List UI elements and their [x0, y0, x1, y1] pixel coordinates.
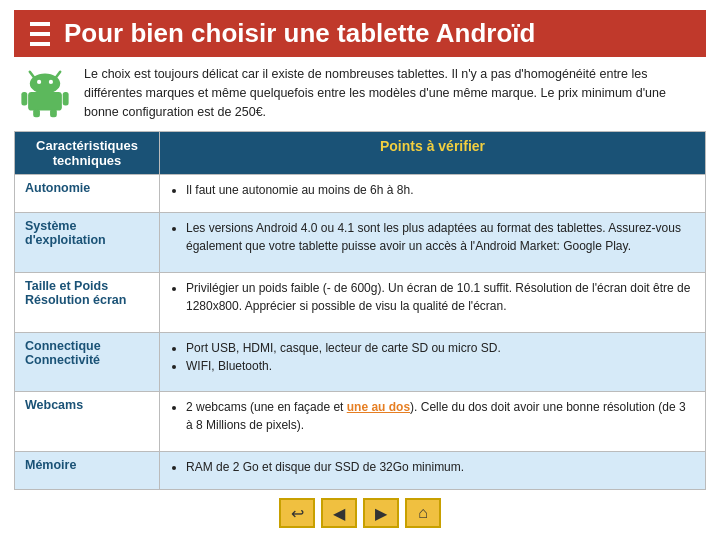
row-label: Connectique Connectivité: [15, 332, 160, 392]
svg-point-2: [30, 73, 60, 93]
table-row: Connectique ConnectivitéPort USB, HDMI, …: [15, 332, 706, 392]
table-row: AutonomieIl faut une autonomie au moins …: [15, 175, 706, 213]
title-bar: Pour bien choisir une tablette Androïd: [14, 10, 706, 57]
row-content: Port USB, HDMI, casque, lecteur de carte…: [160, 332, 706, 392]
row-label: Système d'exploitation: [15, 213, 160, 273]
table-row: MémoireRAM de 2 Go et disque dur SSD de …: [15, 452, 706, 490]
svg-rect-5: [28, 92, 62, 111]
row-content: Privilégier un poids faible (- de 600g).…: [160, 272, 706, 332]
row-content: Les versions Android 4.0 ou 4.1 sont les…: [160, 213, 706, 273]
row-label: Webcams: [15, 392, 160, 452]
android-icon: [18, 65, 72, 119]
row-label: Autonomie: [15, 175, 160, 213]
svg-rect-8: [33, 109, 40, 117]
page-title: Pour bien choisir une tablette Androïd: [64, 18, 535, 49]
intro-text: Le choix est toujours délicat car il exi…: [84, 65, 702, 121]
intro-section: Le choix est toujours délicat car il exi…: [14, 65, 706, 121]
svg-point-3: [37, 80, 41, 84]
header-points: Points à vérifier: [160, 132, 706, 175]
page-wrapper: Pour bien choisir une tablette Androïd: [0, 0, 720, 540]
svg-rect-7: [63, 92, 69, 106]
table-row: Webcams2 webcams (une en façade et une a…: [15, 392, 706, 452]
row-content: RAM de 2 Go et disque dur SSD de 32Go mi…: [160, 452, 706, 490]
row-content: Il faut une autonomie au moins de 6h à 8…: [160, 175, 706, 213]
bottom-nav: ↩ ◀ ▶ ⌂: [14, 490, 706, 530]
nav-next-button[interactable]: ▶: [363, 498, 399, 528]
table-row: Système d'exploitationLes versions Andro…: [15, 213, 706, 273]
table-header-row: Caractéristiques techniques Points à vér…: [15, 132, 706, 175]
slide-icon: [30, 22, 54, 46]
nav-home-button[interactable]: ⌂: [405, 498, 441, 528]
nav-prev-button[interactable]: ◀: [321, 498, 357, 528]
table-row: Taille et Poids Résolution écranPrivilég…: [15, 272, 706, 332]
svg-rect-6: [21, 92, 27, 106]
row-content: 2 webcams (une en façade et une au dos).…: [160, 392, 706, 452]
main-table: Caractéristiques techniques Points à vér…: [14, 131, 706, 490]
svg-rect-9: [50, 109, 57, 117]
row-label: Taille et Poids Résolution écran: [15, 272, 160, 332]
svg-point-4: [49, 80, 53, 84]
nav-back-button[interactable]: ↩: [279, 498, 315, 528]
row-label: Mémoire: [15, 452, 160, 490]
header-label: Caractéristiques techniques: [15, 132, 160, 175]
